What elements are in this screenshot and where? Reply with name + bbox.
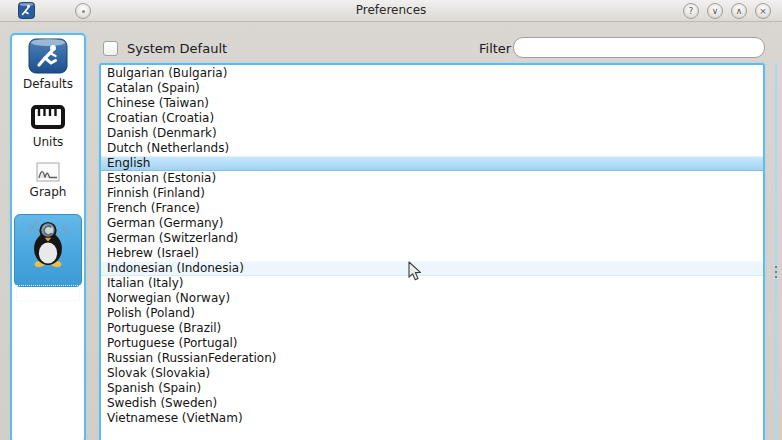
list-item[interactable]: German (Switzerland)	[101, 231, 763, 246]
list-item[interactable]: Polish (Poland)	[101, 306, 763, 321]
list-item[interactable]: Portuguese (Portugal)	[101, 336, 763, 351]
list-item[interactable]: Vietnamese (VietNam)	[101, 411, 763, 426]
list-item-hovered[interactable]: Indonesian (Indonesia)	[101, 261, 763, 276]
preferences-sidebar: Defaults Units Graph	[10, 33, 86, 440]
list-item[interactable]: French (France)	[101, 201, 763, 216]
sidebar-item-label: Graph	[30, 185, 67, 199]
sidebar-item-label: Units	[33, 135, 64, 149]
list-item[interactable]: Italian (Italy)	[101, 276, 763, 291]
tux-penguin-icon	[25, 218, 71, 268]
help-button[interactable]: ?	[683, 3, 699, 19]
list-item[interactable]: Norwegian (Norway)	[101, 291, 763, 306]
list-item[interactable]: Portuguese (Brazil)	[101, 321, 763, 336]
filter-input[interactable]	[513, 37, 765, 58]
sidebar-item-language[interactable]: Language	[14, 214, 82, 287]
sidebar-item-units[interactable]: Units	[12, 102, 84, 149]
graph-icon	[36, 162, 60, 182]
close-button[interactable]: ×	[755, 3, 771, 19]
list-item[interactable]: Croatian (Croatia)	[101, 111, 763, 126]
list-item[interactable]: Swedish (Sweden)	[101, 396, 763, 411]
system-default-checkbox[interactable]	[103, 41, 118, 56]
list-item[interactable]: Spanish (Spain)	[101, 381, 763, 396]
list-item[interactable]: Bulgarian (Bulgaria)	[101, 66, 763, 81]
splitter-line	[775, 63, 777, 440]
ruler-icon	[30, 102, 66, 132]
mouse-cursor-icon	[408, 261, 423, 282]
list-item[interactable]: Chinese (Taiwan)	[101, 96, 763, 111]
list-item[interactable]: Hebrew (Israel)	[101, 246, 763, 261]
list-item[interactable]: Catalan (Spain)	[101, 81, 763, 96]
system-default-label: System Default	[127, 41, 227, 56]
window-title: Preferences	[0, 3, 782, 17]
filter-label: Filter	[479, 41, 511, 56]
language-list: Bulgarian (Bulgaria) Catalan (Spain) Chi…	[99, 63, 765, 440]
splitter-grip-dot[interactable]	[775, 271, 777, 273]
shade-button[interactable]: ∨	[707, 3, 723, 19]
list-item[interactable]: Slovak (Slovakia)	[101, 366, 763, 381]
sidebar-item-label: Language	[16, 285, 79, 301]
list-item[interactable]: Estonian (Estonia)	[101, 171, 763, 186]
sidebar-item-label: Defaults	[23, 77, 73, 91]
preferences-window: Preferences ? ∨ ∧ × Defaults	[0, 0, 782, 440]
diver-icon	[28, 38, 68, 74]
list-item[interactable]: Russian (RussianFederation)	[101, 351, 763, 366]
list-item-selected[interactable]: English	[101, 156, 763, 171]
splitter-grip-dot[interactable]	[775, 276, 777, 278]
sidebar-item-graph[interactable]: Graph	[12, 162, 84, 199]
list-item[interactable]: Danish (Denmark)	[101, 126, 763, 141]
unshade-button[interactable]: ∧	[731, 3, 747, 19]
list-item[interactable]: Dutch (Netherlands)	[101, 141, 763, 156]
titlebar: Preferences ? ∨ ∧ ×	[0, 0, 782, 22]
sidebar-item-defaults[interactable]: Defaults	[12, 38, 84, 91]
splitter-grip-dot[interactable]	[775, 266, 777, 268]
list-item[interactable]: German (Germany)	[101, 216, 763, 231]
list-item[interactable]: Finnish (Finland)	[101, 186, 763, 201]
